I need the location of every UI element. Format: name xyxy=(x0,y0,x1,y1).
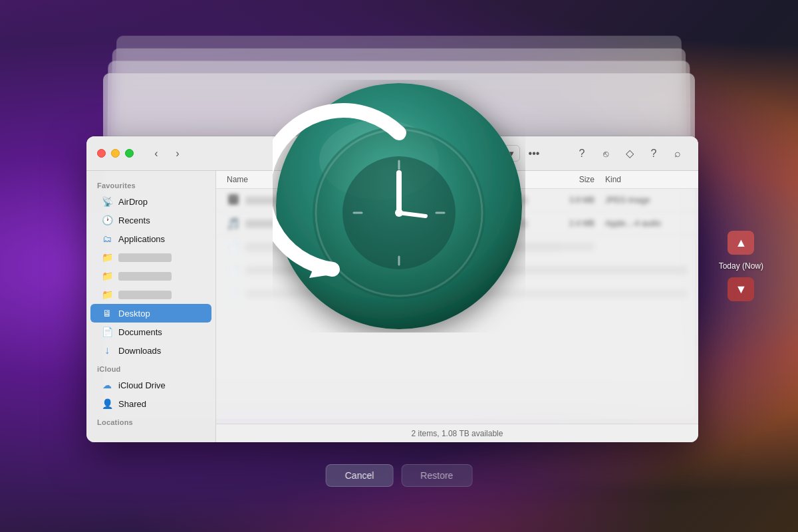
sidebar-item-applications-label: Applications xyxy=(118,234,165,244)
file-size: 2.4 MB xyxy=(528,219,595,228)
sidebar-item-airdrop-label: AirDrop xyxy=(118,197,148,207)
sidebar-item-folder2-label xyxy=(118,272,172,281)
downloads-icon: ↓ xyxy=(101,344,113,356)
col-size-header: Size xyxy=(528,175,595,184)
time-machine-icon xyxy=(273,80,525,332)
sidebar-item-recents[interactable]: 🕐 Recents xyxy=(90,211,211,229)
icloud-drive-icon: ☁ xyxy=(101,379,113,391)
sidebar-item-folder1-label xyxy=(118,253,172,262)
time-controls: ▲ Today (Now) ▼ xyxy=(719,231,763,301)
sidebar-item-downloads-label: Downloads xyxy=(118,346,161,356)
restore-button[interactable]: Restore xyxy=(401,464,472,487)
folder2-icon: 📁 xyxy=(101,270,113,282)
sidebar: Favourites 📡 AirDrop 🕐 Recents 🗂 Applica… xyxy=(86,171,216,442)
arrow-down-button[interactable]: ▼ xyxy=(728,277,754,301)
sidebar-item-airdrop[interactable]: 📡 AirDrop xyxy=(90,192,211,211)
airdrop-icon: 📡 xyxy=(101,196,113,207)
back-button[interactable]: ‹ xyxy=(147,144,166,163)
nav-buttons: ‹ › xyxy=(147,144,187,163)
favourites-section-label: Favourites xyxy=(86,176,215,192)
arrow-up-icon: ▲ xyxy=(735,236,747,250)
sidebar-item-icloud-drive[interactable]: ☁ iCloud Drive xyxy=(90,376,211,394)
shared-icon: 👤 xyxy=(101,398,113,410)
spacer-btn-1: | xyxy=(548,144,568,163)
file-icon: 🎵 xyxy=(227,217,240,230)
cancel-button[interactable]: Cancel xyxy=(326,464,394,487)
documents-icon: 📄 xyxy=(101,326,113,338)
file-icon: 📄 xyxy=(227,287,240,300)
locations-section-label: Locations xyxy=(86,413,215,429)
icloud-section-label: iCloud xyxy=(86,360,215,376)
close-button[interactable] xyxy=(97,149,106,158)
folder1-icon: 📁 xyxy=(101,251,113,263)
sidebar-item-folder3-label xyxy=(118,291,172,299)
another-help-button[interactable]: ? xyxy=(644,144,664,163)
file-kind: JPEG image xyxy=(595,196,688,205)
sidebar-item-folder2[interactable]: 📁 xyxy=(90,267,211,285)
status-bar: 2 items, 1.08 TB available xyxy=(216,424,698,442)
share-button[interactable]: ⎋ xyxy=(596,144,616,163)
maximize-button[interactable] xyxy=(125,149,134,158)
sidebar-item-downloads[interactable]: ↓ Downloads xyxy=(90,341,211,360)
recents-icon: 🕐 xyxy=(101,214,113,226)
time-machine-icon-container xyxy=(273,80,525,332)
sidebar-item-folder1[interactable]: 📁 xyxy=(90,248,211,267)
applications-icon: 🗂 xyxy=(101,233,113,245)
minimize-button[interactable] xyxy=(111,149,120,158)
sidebar-item-desktop[interactable]: 🖥 Desktop xyxy=(90,304,211,323)
sidebar-item-recents-label: Recents xyxy=(118,215,150,225)
bottom-buttons: Cancel Restore xyxy=(326,464,473,487)
forward-button[interactable]: › xyxy=(168,144,187,163)
file-size xyxy=(561,243,595,251)
sidebar-item-shared[interactable]: 👤 Shared xyxy=(90,394,211,413)
file-icon: 📄 xyxy=(227,240,240,253)
today-label: Today (Now) xyxy=(719,261,763,271)
sidebar-item-icloud-drive-label: iCloud Drive xyxy=(118,380,166,390)
sidebar-item-folder3[interactable]: 📁 xyxy=(90,285,211,304)
file-kind: Apple...-4 audio xyxy=(595,219,688,228)
desktop-icon: 🖥 xyxy=(101,307,113,319)
sidebar-item-documents-label: Documents xyxy=(118,327,162,337)
file-icon: 🖼 xyxy=(227,194,240,207)
sidebar-item-desktop-label: Desktop xyxy=(118,309,150,319)
sidebar-item-documents[interactable]: 📄 Documents xyxy=(90,323,211,341)
search-button[interactable]: ⌕ xyxy=(668,144,688,163)
traffic-lights xyxy=(97,149,134,158)
arrow-up-button[interactable]: ▲ xyxy=(728,231,754,255)
more-options-button[interactable]: ••• xyxy=(524,144,544,163)
file-icon: 📄 xyxy=(227,263,240,277)
folder3-icon: 📁 xyxy=(101,289,113,301)
sidebar-item-shared-label: Shared xyxy=(118,399,146,409)
col-kind-header: Kind xyxy=(595,175,688,184)
file-size: 3.9 MB xyxy=(528,196,595,205)
arrow-down-icon: ▼ xyxy=(735,283,747,297)
status-text: 2 items, 1.08 TB available xyxy=(412,429,503,438)
tag-button[interactable]: ◇ xyxy=(620,144,640,163)
help-button[interactable]: ? xyxy=(572,144,592,163)
sidebar-item-applications[interactable]: 🗂 Applications xyxy=(90,229,211,248)
